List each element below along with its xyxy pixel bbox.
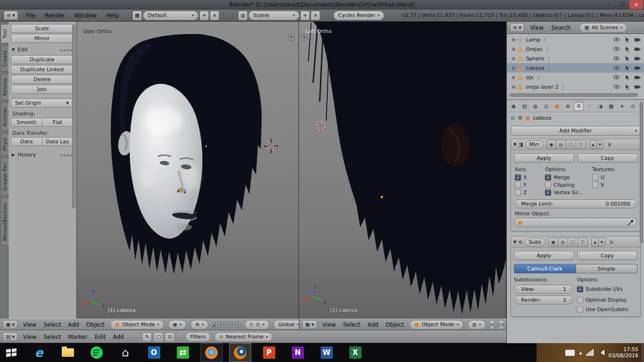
outliner-item-orejas[interactable]: ⊕ Orejas | xyxy=(507,44,644,54)
snap-widget[interactable]: ∩⊙▾ xyxy=(245,320,269,329)
render-camera-icon[interactable] xyxy=(634,37,641,42)
taskbar-home[interactable]: ⌂ xyxy=(114,343,136,362)
editor-type-button[interactable]: ▣▾ xyxy=(3,320,17,329)
properties-scrollbar[interactable] xyxy=(640,102,643,243)
realtime-toggle-icon[interactable]: ◎ xyxy=(556,140,566,149)
menu-select[interactable]: Select xyxy=(42,321,62,328)
visibility-eye-icon[interactable] xyxy=(613,56,620,61)
particles-tab[interactable]: ∗ xyxy=(617,102,627,111)
optimal-display-checkbox[interactable]: Optimal Display xyxy=(577,297,637,303)
editor-type-button[interactable]: ▣▾ xyxy=(302,320,317,329)
tab-animation[interactable]: Animati xyxy=(0,102,8,131)
expand-icon[interactable]: ⊕ xyxy=(512,37,515,42)
render-camera-icon[interactable] xyxy=(634,65,641,71)
maximize-button[interactable]: ❐ xyxy=(616,0,629,9)
taskbar-spotify[interactable] xyxy=(85,343,107,362)
render-camera-icon[interactable] xyxy=(634,74,641,80)
visibility-eye-icon[interactable] xyxy=(613,46,620,52)
layout-selector[interactable]: Default▾ xyxy=(143,11,198,20)
hidden-icons-arrow-icon[interactable]: ▲ xyxy=(579,351,582,355)
render-tab[interactable]: ◉ xyxy=(509,102,519,111)
modifier-name-field[interactable]: Subs xyxy=(524,238,545,247)
display-scope-selector[interactable]: ▦All Scenes▾ xyxy=(579,23,627,33)
edit-panel-header[interactable]: ▼Edit▪▪▪▪ xyxy=(8,44,76,54)
axis-y-checkbox[interactable]: Y xyxy=(515,182,543,188)
viewport-shading-selector[interactable]: ◍▾ xyxy=(468,320,486,329)
merge-checkbox[interactable]: Merge xyxy=(545,174,590,181)
taskbar-word[interactable]: W xyxy=(315,343,338,362)
viewport-user-ortho[interactable]: z y User Ortho + (1) cabeza xyxy=(77,22,299,319)
modifier-name-field[interactable]: Mirr xyxy=(525,140,544,149)
screen-layout-icon[interactable]: ▦ xyxy=(132,11,142,20)
pin-icon[interactable]: ⊙ xyxy=(511,115,515,121)
render-camera-icon[interactable] xyxy=(634,46,641,52)
menu-file[interactable]: File xyxy=(25,12,37,19)
scene-selector[interactable]: Scene▾ xyxy=(248,11,299,20)
menu-view[interactable]: View xyxy=(529,25,545,31)
menu-window[interactable]: Window xyxy=(73,12,98,19)
tab-tool[interactable]: Tool xyxy=(0,24,8,43)
touch-keyboard-icon[interactable] xyxy=(565,350,575,356)
mirror-button[interactable]: Mirror xyxy=(11,34,73,43)
show-desktop-button[interactable] xyxy=(642,343,644,362)
pivot-selector[interactable]: ⊕▾ xyxy=(190,320,208,329)
magnet-icon[interactable]: ∩ xyxy=(490,320,495,329)
axis-x-checkbox[interactable]: X xyxy=(515,174,543,181)
subsurf-apply-button[interactable]: Apply xyxy=(514,251,574,260)
editor-type-button[interactable]: ≡▾ xyxy=(4,11,18,20)
expand-icon[interactable]: ⊕ xyxy=(512,84,515,90)
shade-smooth-button[interactable]: Smooth xyxy=(11,118,42,127)
layout-close-button[interactable]: × xyxy=(210,11,219,20)
duplicate-button[interactable]: Duplicate xyxy=(11,55,73,64)
visibility-eye-icon[interactable] xyxy=(613,84,620,90)
editmode-toggle-icon[interactable]: ▢ xyxy=(566,140,576,149)
mirror-copy-button[interactable]: Copy xyxy=(578,153,638,163)
delete-button[interactable]: Delete xyxy=(11,75,73,84)
menu-view[interactable]: View xyxy=(22,334,38,340)
menu-search[interactable]: Search xyxy=(550,25,572,31)
render-layers-tab[interactable]: ▤ xyxy=(520,102,529,111)
mode-selector[interactable]: ▣Object Mode▾ xyxy=(410,320,463,329)
taskbar-outlook[interactable]: O xyxy=(143,343,165,362)
menu-view[interactable]: View xyxy=(22,321,38,328)
taskbar-firefox[interactable] xyxy=(200,343,223,362)
object-data-tab[interactable]: ▽ xyxy=(585,102,594,111)
render-toggle-icon[interactable]: ◉ xyxy=(548,238,558,247)
texture-u-checkbox[interactable]: U xyxy=(592,174,636,181)
modifiers-wrench-tab[interactable]: ⚙ xyxy=(574,102,584,111)
volume-icon[interactable] xyxy=(598,350,604,355)
add-modifier-dropdown[interactable]: Add Modifier▾ xyxy=(511,126,641,136)
subdivide-uvs-checkbox[interactable]: Subdivide UVs xyxy=(577,286,637,292)
taskbar-excel[interactable]: X xyxy=(344,343,366,362)
cursor-tool-icon[interactable]: ↖ xyxy=(142,332,152,342)
simple-button[interactable]: Simple xyxy=(576,264,638,273)
move-down-icon[interactable]: ▼ xyxy=(598,238,605,247)
delete-modifier-icon[interactable]: × xyxy=(607,141,612,148)
shade-flat-button[interactable]: Flat xyxy=(42,118,74,127)
editmode-toggle-icon[interactable]: ▢ xyxy=(568,238,578,247)
scene-tab[interactable]: ◍ xyxy=(530,102,540,111)
clipping-checkbox[interactable]: Clipping xyxy=(545,182,590,188)
editor-type-button[interactable]: ▤▾ xyxy=(3,332,17,341)
network-icon[interactable] xyxy=(586,349,594,356)
object-tab[interactable]: ▣ xyxy=(552,102,562,111)
outliner-item-oreja-layer-2[interactable]: ⊕ oreja layer 2 | xyxy=(507,82,644,91)
tray-clock[interactable]: 17:55 03/08/2016 xyxy=(609,346,638,359)
layout-add-button[interactable]: + xyxy=(199,11,209,20)
menu-render[interactable]: Render xyxy=(43,12,66,19)
vertex-groups-checkbox[interactable]: Vertex Gr... xyxy=(545,189,590,196)
cage-toggle-icon[interactable]: ▽ xyxy=(576,140,586,149)
cage-toggle-icon[interactable]: ▽ xyxy=(578,238,588,247)
constraints-tab[interactable]: ⊗ xyxy=(563,102,573,111)
selectability-cursor-icon[interactable] xyxy=(624,46,630,52)
tab-grease-pencil[interactable]: Grease Pen xyxy=(0,157,8,196)
subsurf-copy-button[interactable]: Copy xyxy=(578,251,638,260)
collapse-icon[interactable]: ▼ xyxy=(513,142,516,147)
duplicate-linked-button[interactable]: Duplicate Linked xyxy=(11,65,73,74)
tab-manuelbastioni[interactable]: ManuelBastioni xyxy=(0,197,8,246)
move-down-icon[interactable]: ▼ xyxy=(596,140,603,149)
menu-help[interactable]: Help xyxy=(105,12,120,19)
tool-shelf-scrollbar[interactable] xyxy=(72,25,75,208)
selectability-cursor-icon[interactable] xyxy=(624,65,630,71)
outliner-item-ojo[interactable]: ⊕ ojo | xyxy=(507,73,644,82)
